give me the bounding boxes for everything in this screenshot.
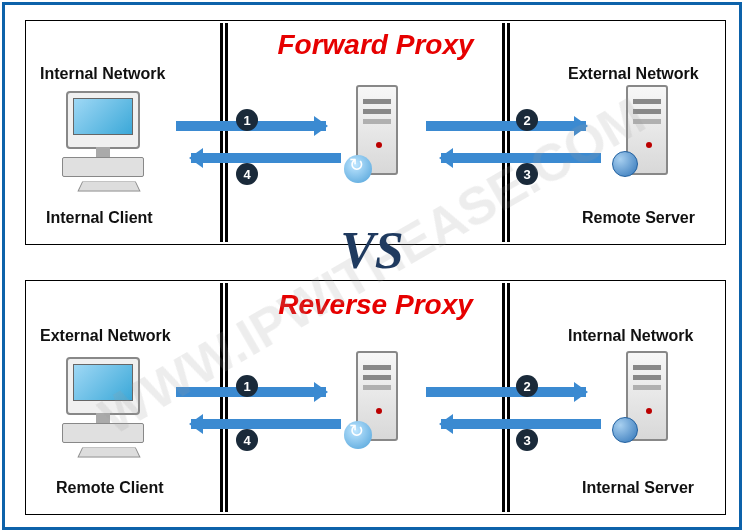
monitor-stand-icon: [96, 413, 110, 423]
badge-3: 3: [516, 163, 538, 185]
monitor-icon: [66, 357, 140, 415]
divider-left: [220, 23, 228, 242]
outer-frame: WWW.IPWITHEASE.COM Forward Proxy Interna…: [2, 2, 742, 530]
remote-client-icon: [56, 357, 156, 457]
keyboard-icon: [77, 181, 140, 191]
reverse-proxy-title: Reverse Proxy: [26, 289, 725, 321]
globe-icon: [612, 417, 638, 443]
badge-3: 3: [516, 429, 538, 451]
badge-4: 4: [236, 163, 258, 185]
monitor-icon: [66, 91, 140, 149]
arrow-step4: [191, 153, 341, 163]
badge-1: 1: [236, 375, 258, 397]
badge-4: 4: [236, 429, 258, 451]
vs-label: VS: [5, 221, 739, 280]
monitor-stand-icon: [96, 147, 110, 157]
internal-server-icon: [616, 351, 678, 461]
divider-right: [502, 23, 510, 242]
bottom-right-node-label: Internal Server: [582, 479, 694, 497]
bottom-left-node-label: Remote Client: [56, 479, 164, 497]
desktop-box-icon: [62, 157, 144, 177]
server-led-icon: [646, 408, 652, 414]
refresh-icon: [344, 155, 372, 183]
forward-proxy-server-icon: [346, 85, 408, 195]
arrow-step3: [441, 419, 601, 429]
refresh-icon: [344, 421, 372, 449]
divider-right: [502, 283, 510, 512]
badge-2: 2: [516, 109, 538, 131]
divider-left: [220, 283, 228, 512]
keyboard-icon: [77, 447, 140, 457]
badge-2: 2: [516, 375, 538, 397]
bottom-right-network-label: Internal Network: [568, 327, 693, 345]
server-led-icon: [376, 408, 382, 414]
internal-client-icon: [56, 91, 156, 191]
top-left-network-label: Internal Network: [40, 65, 165, 83]
top-right-network-label: External Network: [568, 65, 699, 83]
globe-icon: [612, 151, 638, 177]
arrow-step2: [426, 121, 586, 131]
server-led-icon: [646, 142, 652, 148]
server-led-icon: [376, 142, 382, 148]
forward-proxy-panel: Forward Proxy Internal Network Internal …: [25, 20, 726, 245]
remote-server-icon: [616, 85, 678, 195]
badge-1: 1: [236, 109, 258, 131]
forward-proxy-title: Forward Proxy: [26, 29, 725, 61]
arrow-step2: [426, 387, 586, 397]
desktop-box-icon: [62, 423, 144, 443]
bottom-left-network-label: External Network: [40, 327, 171, 345]
reverse-proxy-server-icon: [346, 351, 408, 461]
reverse-proxy-panel: Reverse Proxy External Network Remote Cl…: [25, 280, 726, 515]
arrow-step3: [441, 153, 601, 163]
arrow-step4: [191, 419, 341, 429]
